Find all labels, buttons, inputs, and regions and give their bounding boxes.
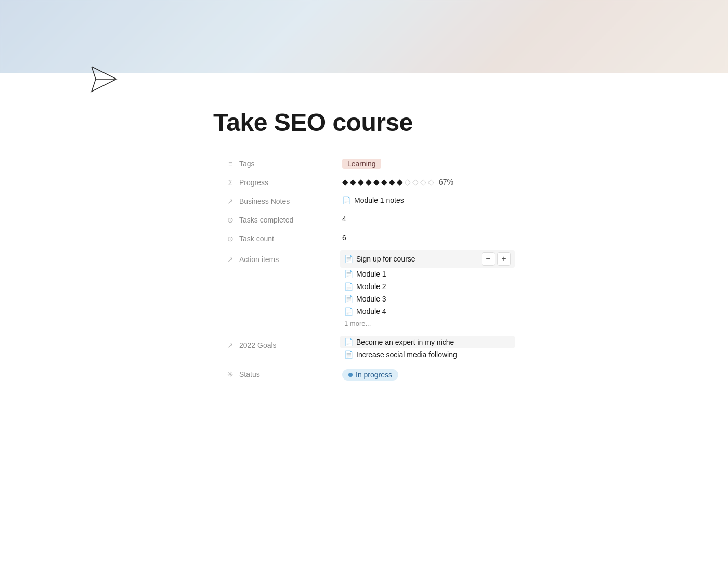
diamond-5: ◆ [373, 177, 380, 187]
arrow-up-right-icon-2: ↗ [226, 255, 235, 264]
action-item-2[interactable]: 📄 Module 2 [340, 280, 515, 293]
action-items-list: 📄 Sign up for course − + 📄 Module 1 [340, 250, 515, 330]
task-count-value: 6 [340, 231, 515, 242]
action-items-label: ↗ Action items [226, 250, 340, 264]
doc-icon-3: 📄 [344, 295, 353, 303]
business-notes-value: 📄 Module 1 notes [340, 194, 515, 204]
action-item-1-left: 📄 Module 1 [344, 270, 386, 278]
sigma-icon: Σ [226, 178, 235, 187]
goals-list: 📄 Become an expert in my niche 📄 Increas… [340, 336, 515, 361]
task-count-row: ⋮⋮ ⊙ Task count 6 [213, 228, 515, 247]
status-badge[interactable]: In progress [342, 369, 398, 381]
doc-icon-4: 📄 [344, 307, 353, 316]
action-item-0-controls: − + [482, 252, 511, 266]
action-item-3[interactable]: 📄 Module 3 [340, 293, 515, 305]
task-count-label: ⊙ Task count [226, 231, 340, 243]
progress-label: Σ Progress [226, 175, 340, 187]
page-title: Take SEO course [213, 108, 515, 137]
business-notes-row: ⋮⋮ ↗ Business Notes 📄 Module 1 notes [213, 191, 515, 210]
doc-icon: 📄 [342, 196, 351, 204]
diamond-6: ◆ [381, 177, 387, 187]
paper-plane-icon [87, 62, 121, 96]
action-item-1[interactable]: 📄 Module 1 [340, 268, 515, 280]
goals-label: ↗ 2022 Goals [226, 336, 340, 349]
tasks-completed-number: 4 [342, 215, 346, 223]
goal-item-0[interactable]: 📄 Become an expert in my niche [340, 336, 515, 348]
doc-icon-2: 📄 [344, 282, 353, 291]
diamond-7: ◆ [389, 177, 395, 187]
diamond-4: ◆ [366, 177, 372, 187]
doc-icon-goal-1: 📄 [344, 350, 353, 359]
diamond-10: ◇ [412, 177, 419, 187]
status-icon: ✳ [226, 370, 235, 378]
properties-table: ⋮⋮ ≡ Tags Learning ⋮⋮ Σ Progress ◆ ◆ ◆ ◆ [213, 153, 515, 384]
goal-item-1-left: 📄 Increase social media following [344, 350, 457, 359]
status-label: ✳ Status [226, 367, 340, 378]
tasks-completed-row: ⋮⋮ ⊙ Tasks completed 4 [213, 210, 515, 228]
action-item-4[interactable]: 📄 Module 4 [340, 305, 515, 318]
tags-row: ⋮⋮ ≡ Tags Learning [213, 153, 515, 172]
task-count-number: 6 [342, 233, 346, 242]
doc-icon-1: 📄 [344, 270, 353, 278]
action-item-0-label: Sign up for course [356, 255, 415, 263]
tags-value[interactable]: Learning [340, 156, 515, 169]
status-text: In progress [356, 371, 392, 379]
search-icon-2: ⊙ [226, 234, 235, 243]
tags-icon: ≡ [226, 160, 235, 168]
arrow-up-right-icon-3: ↗ [226, 341, 235, 349]
action-item-0-left: 📄 Sign up for course [344, 255, 415, 263]
goal-item-1[interactable]: 📄 Increase social media following [340, 348, 515, 361]
action-item-4-label: Module 4 [356, 307, 386, 316]
diamond-12: ◇ [428, 177, 434, 187]
doc-icon-goal-0: 📄 [344, 338, 353, 346]
progress-percent: 67% [439, 178, 453, 186]
business-notes-label: ↗ Business Notes [226, 194, 340, 205]
progress-diamonds: ◆ ◆ ◆ ◆ ◆ ◆ ◆ ◆ ◇ ◇ ◇ ◇ 67% [342, 177, 453, 187]
goal-item-0-label: Become an expert in my niche [356, 338, 454, 346]
search-icon-1: ⊙ [226, 216, 235, 224]
progress-value: ◆ ◆ ◆ ◆ ◆ ◆ ◆ ◆ ◇ ◇ ◇ ◇ 67% [340, 175, 515, 187]
plus-button[interactable]: + [497, 252, 511, 266]
action-item-3-left: 📄 Module 3 [344, 295, 386, 303]
diamond-9: ◇ [405, 177, 411, 187]
diamond-2: ◆ [350, 177, 356, 187]
diamond-8: ◆ [397, 177, 403, 187]
tasks-completed-value: 4 [340, 213, 515, 223]
status-value[interactable]: In progress [340, 367, 515, 381]
action-items-row: ⋮⋮ ↗ Action items 📄 Sign up for course −… [213, 247, 515, 333]
action-item-2-left: 📄 Module 2 [344, 282, 386, 291]
learning-tag[interactable]: Learning [342, 159, 381, 169]
arrow-up-right-icon: ↗ [226, 197, 235, 205]
goals-row: ⋮⋮ ↗ 2022 Goals 📄 Become an expert in my… [213, 333, 515, 364]
icon-area [0, 58, 728, 100]
diamond-11: ◇ [420, 177, 426, 187]
action-item-0[interactable]: 📄 Sign up for course − + [340, 250, 515, 268]
page-icon [83, 58, 125, 100]
minus-button[interactable]: − [482, 252, 495, 266]
more-items-link[interactable]: 1 more... [340, 318, 515, 330]
goal-item-1-label: Increase social media following [356, 350, 457, 359]
page-content: Take SEO course ⋮⋮ ≡ Tags Learning ⋮⋮ Σ … [130, 108, 598, 415]
doc-icon-0: 📄 [344, 255, 353, 263]
diamond-3: ◆ [358, 177, 364, 187]
tasks-completed-label: ⊙ Tasks completed [226, 213, 340, 224]
action-item-4-left: 📄 Module 4 [344, 307, 386, 316]
action-item-1-label: Module 1 [356, 270, 386, 278]
status-dot [348, 373, 353, 377]
diamond-1: ◆ [342, 177, 348, 187]
action-item-3-label: Module 3 [356, 295, 386, 303]
goal-item-0-left: 📄 Become an expert in my niche [344, 338, 454, 346]
progress-row: ⋮⋮ Σ Progress ◆ ◆ ◆ ◆ ◆ ◆ ◆ ◆ ◇ ◇ ◇ [213, 172, 515, 191]
action-item-2-label: Module 2 [356, 282, 386, 291]
status-row: ⋮⋮ ✳ Status In progress [213, 364, 515, 384]
tags-label: ≡ Tags [226, 156, 340, 168]
module-1-notes-link[interactable]: 📄 Module 1 notes [342, 196, 404, 204]
